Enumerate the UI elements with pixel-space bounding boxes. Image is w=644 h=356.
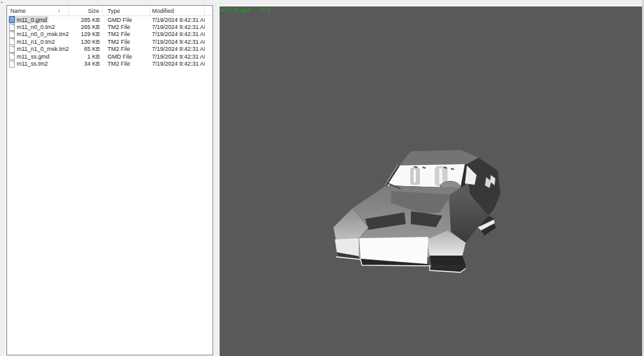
- file-type: TM2 File: [103, 61, 150, 67]
- file-list: m11_0.gmd 285 KB GMD File 7/19/2024 9:42…: [7, 16, 213, 68]
- file-name: m11_n1_0.tm2: [17, 39, 55, 45]
- column-header-filler: [205, 6, 213, 15]
- file-browser-panel: Name / Size Type Modified m11_0.gmd 285 …: [6, 5, 213, 355]
- sort-indicator-icon: /: [59, 8, 60, 14]
- column-label: Name: [10, 8, 26, 14]
- file-name: m11_ss.tm2: [17, 61, 48, 67]
- file-size: 34 KB: [69, 61, 103, 67]
- file-modified: 7/19/2024 9:42:31 AM: [150, 61, 205, 67]
- file-modified: 7/19/2024 9:42:31 AM: [150, 24, 205, 30]
- file-icon: [9, 24, 15, 31]
- file-row[interactable]: m11_n0_0_msk.tm2 129 KB TM2 File 7/19/20…: [7, 31, 213, 38]
- file-name: m11_n1_0_msk.tm2: [17, 46, 69, 52]
- model-viewport: m11_0.gmd - 1/1: [220, 0, 642, 356]
- file-icon: [9, 16, 15, 23]
- file-modified: 7/19/2024 9:42:31 AM: [150, 53, 205, 60]
- file-type: GMD File: [103, 53, 150, 60]
- file-name: m11_n0_0_msk.tm2: [17, 31, 69, 37]
- column-header-name[interactable]: Name /: [7, 6, 69, 15]
- file-icon: [9, 61, 15, 68]
- left-rail: ^: [0, 0, 6, 356]
- file-row[interactable]: m11_ss.gmd 1 KB GMD File 7/19/2024 9:42:…: [7, 53, 213, 60]
- car-model: [220, 6, 642, 356]
- file-row[interactable]: m11_ss.tm2 34 KB TM2 File 7/19/2024 9:42…: [7, 60, 213, 67]
- file-type: TM2 File: [103, 46, 150, 52]
- model-overlay-label: m11_0.gmd - 1/1: [221, 7, 270, 14]
- panel-collapse-icon[interactable]: ^: [1, 1, 3, 6]
- file-modified: 7/19/2024 9:42:31 AM: [150, 39, 205, 45]
- file-size: 1 KB: [69, 53, 103, 60]
- file-row[interactable]: m11_n1_0.tm2 130 KB TM2 File 7/19/2024 9…: [7, 38, 213, 45]
- file-name: m11_ss.gmd: [17, 53, 50, 60]
- list-header: Name / Size Type Modified: [7, 6, 213, 16]
- file-size: 285 KB: [69, 17, 103, 23]
- file-icon: [9, 53, 15, 60]
- file-size: 265 KB: [69, 24, 103, 30]
- viewport-top-strip: [220, 0, 642, 6]
- file-name: m11_0.gmd: [17, 17, 47, 23]
- file-type: TM2 File: [103, 31, 150, 37]
- file-size: 129 KB: [69, 31, 103, 37]
- file-name: m11_n0_0.tm2: [17, 24, 55, 30]
- file-modified: 7/19/2024 9:42:31 AM: [150, 17, 205, 23]
- file-icon: [9, 46, 15, 53]
- file-icon: [9, 31, 15, 38]
- file-type: GMD File: [103, 17, 150, 23]
- column-header-modified[interactable]: Modified: [150, 6, 205, 15]
- file-row-selected[interactable]: m11_0.gmd 285 KB GMD File 7/19/2024 9:42…: [7, 16, 213, 23]
- file-size: 65 KB: [69, 46, 103, 52]
- file-type: TM2 File: [103, 24, 150, 30]
- file-modified: 7/19/2024 9:42:31 AM: [150, 46, 205, 52]
- file-icon: [9, 38, 15, 45]
- file-type: TM2 File: [103, 39, 150, 45]
- file-size: 130 KB: [69, 39, 103, 45]
- file-row[interactable]: m11_n1_0_msk.tm2 65 KB TM2 File 7/19/202…: [7, 46, 213, 53]
- file-modified: 7/19/2024 9:42:31 AM: [150, 31, 205, 37]
- viewport-canvas[interactable]: m11_0.gmd - 1/1: [220, 6, 642, 356]
- file-row[interactable]: m11_n0_0.tm2 265 KB TM2 File 7/19/2024 9…: [7, 23, 213, 30]
- column-header-type[interactable]: Type: [103, 6, 150, 15]
- column-header-size[interactable]: Size: [69, 6, 103, 15]
